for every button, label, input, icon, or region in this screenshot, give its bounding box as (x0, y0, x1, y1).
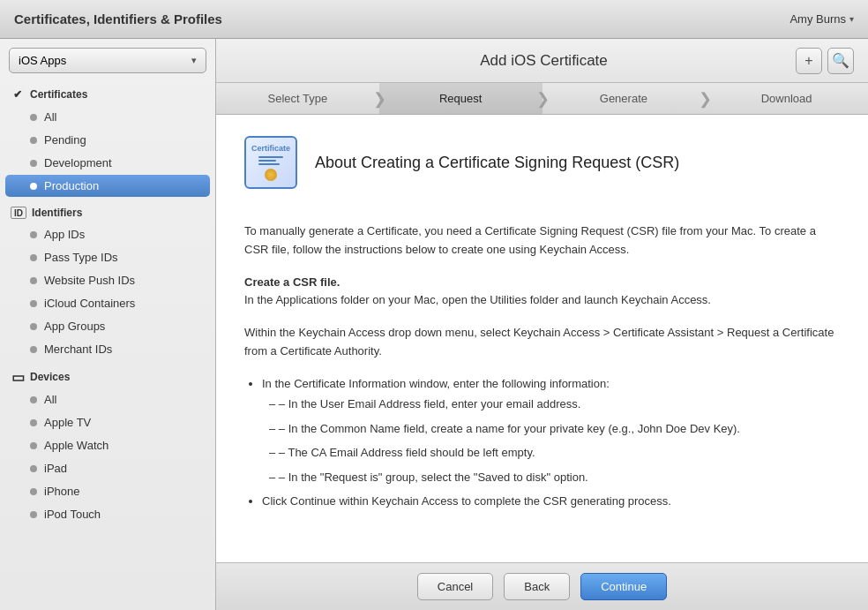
item-dot (30, 323, 37, 330)
sidebar-item-label: All (44, 393, 56, 406)
step-request: Request (379, 83, 542, 114)
sidebar-item-label: Production (44, 179, 99, 192)
item-dot (30, 488, 37, 495)
user-name: Amy Burns (789, 12, 846, 26)
devices-icon: ▭ (11, 370, 25, 384)
item-dot (30, 465, 37, 472)
intro-paragraph: To manually generate a Certificate, you … (244, 222, 840, 260)
item-dot (30, 277, 37, 284)
sidebar-item-apple-watch[interactable]: Apple Watch (5, 434, 210, 456)
item-dot (30, 160, 37, 167)
devices-header: ▭ Devices (0, 365, 215, 388)
sidebar-item-pass-type-ids[interactable]: Pass Type IDs (5, 246, 210, 268)
item-dot (30, 396, 37, 403)
sidebar-item-app-groups[interactable]: App Groups (5, 315, 210, 337)
sidebar-item-ipad[interactable]: iPad (5, 457, 210, 479)
content-body: Certificate About Creating a Certificate… (216, 115, 868, 562)
list-item: Click Continue within Keychain Access to… (262, 493, 840, 510)
back-button[interactable]: Back (504, 573, 570, 600)
platform-label: iOS Apps (19, 54, 66, 67)
sidebar-item-production[interactable]: Production (5, 175, 210, 197)
sidebar-item-label: App Groups (44, 320, 105, 333)
sub-list-item: – The CA Email Address field should be l… (269, 444, 840, 462)
content-footer: Cancel Back Continue (216, 562, 868, 610)
step-label: Download (761, 92, 812, 105)
instructions-list: In the Certificate Information window, e… (262, 375, 840, 510)
sidebar-item-website-push-ids[interactable]: Website Push IDs (5, 269, 210, 291)
sidebar-item-development[interactable]: Development (5, 152, 210, 174)
sidebar-item-label: App IDs (44, 228, 85, 241)
item-dot (30, 114, 37, 121)
step-label: Generate (600, 92, 647, 105)
sidebar-item-all-certs[interactable]: All (5, 106, 210, 128)
step-download: Download (705, 83, 868, 114)
sidebar-item-label: Pass Type IDs (44, 251, 118, 264)
sidebar-item-label: iPad (44, 462, 67, 475)
create-csr-heading: Create a CSR file. In the Applications f… (244, 274, 840, 311)
certificates-section: ✔ Certificates All Pending Development P… (0, 82, 215, 198)
sidebar: iOS Apps ▾ ✔ Certificates All Pending De… (0, 39, 216, 610)
certificates-icon: ✔ (11, 87, 25, 102)
search-button[interactable]: 🔍 (827, 48, 854, 74)
sub-list-item: – In the User Email Address field, enter… (269, 395, 840, 413)
identifiers-section: ID Identifiers App IDs Pass Type IDs Web… (0, 201, 215, 361)
sidebar-item-all-devices[interactable]: All (5, 388, 210, 410)
add-icon: + (804, 53, 812, 69)
list-item: In the Certificate Information window, e… (262, 375, 840, 486)
sidebar-item-merchant-ids[interactable]: Merchant IDs (5, 338, 210, 360)
sidebar-item-label: All (44, 110, 56, 124)
header-actions: + 🔍 (796, 48, 854, 74)
sidebar-item-label: Development (44, 156, 112, 169)
sidebar-item-label: iCloud Containers (44, 297, 135, 310)
steps-nav: Select Type Request Generate Download (216, 83, 868, 115)
page-title: Add iOS Certificate (292, 52, 796, 70)
certificates-label: Certificates (30, 88, 87, 101)
item-dot (30, 442, 37, 449)
cert-header: Certificate About Creating a Certificate… (244, 136, 840, 198)
app-title: Certificates, Identifiers & Profiles (14, 11, 222, 26)
sidebar-item-label: Apple Watch (44, 439, 108, 452)
item-dot (30, 254, 37, 261)
sidebar-item-label: iPhone (44, 485, 79, 498)
search-icon: 🔍 (832, 52, 849, 69)
sidebar-item-icloud-containers[interactable]: iCloud Containers (5, 292, 210, 314)
step-generate: Generate (542, 83, 706, 114)
continue-button[interactable]: Continue (580, 573, 667, 600)
sidebar-item-label: Website Push IDs (44, 274, 135, 287)
sidebar-item-iphone[interactable]: iPhone (5, 480, 210, 502)
add-button[interactable]: + (796, 48, 822, 74)
sidebar-item-label: Merchant IDs (44, 343, 112, 356)
user-menu-chevron: ▾ (849, 14, 854, 24)
certificates-header: ✔ Certificates (0, 82, 215, 105)
sidebar-item-app-ids[interactable]: App IDs (5, 223, 210, 245)
item-dot (30, 511, 37, 518)
sidebar-item-pending[interactable]: Pending (5, 129, 210, 151)
certificate-icon: Certificate (244, 136, 297, 189)
identifiers-icon: ID (11, 207, 26, 219)
step-label: Request (439, 92, 482, 105)
sidebar-item-label: iPod Touch (44, 508, 101, 521)
devices-label: Devices (30, 371, 70, 383)
sidebar-item-label: Pending (44, 133, 86, 147)
cancel-button[interactable]: Cancel (417, 573, 493, 600)
identifiers-label: Identifiers (32, 207, 82, 219)
item-dot (30, 300, 37, 307)
cert-main-title: About Creating a Certificate Signing Req… (315, 154, 679, 172)
sub-list-item: – In the Common Name field, create a nam… (269, 420, 840, 438)
step-label: Select Type (268, 92, 328, 105)
platform-dropdown[interactable]: iOS Apps ▾ (9, 48, 206, 73)
item-dot (30, 137, 37, 144)
identifiers-header: ID Identifiers (0, 201, 215, 222)
user-menu[interactable]: Amy Burns ▾ (789, 12, 854, 26)
title-bar: Certificates, Identifiers & Profiles Amy… (0, 0, 868, 39)
main-layout: iOS Apps ▾ ✔ Certificates All Pending De… (0, 39, 868, 610)
sidebar-item-apple-tv[interactable]: Apple TV (5, 411, 210, 433)
devices-section: ▭ Devices All Apple TV Apple Watch iPad (0, 365, 215, 526)
platform-dropdown-chevron: ▾ (191, 55, 197, 66)
step-select-type: Select Type (216, 83, 379, 114)
item-dot (30, 183, 37, 190)
sidebar-item-label: Apple TV (44, 416, 91, 429)
item-dot (30, 419, 37, 426)
item-dot (30, 346, 37, 353)
sidebar-item-ipod-touch[interactable]: iPod Touch (5, 503, 210, 525)
